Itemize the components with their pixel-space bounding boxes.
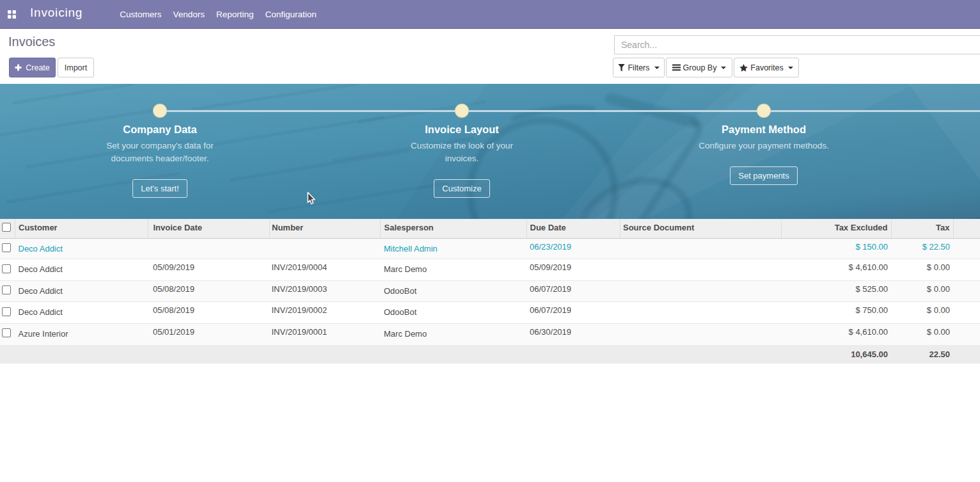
cell-customer[interactable]: Deco Addict xyxy=(15,301,148,323)
invoice-row[interactable]: Deco Addict 05/08/2019 INV/2019/0002 Odo… xyxy=(0,301,980,323)
column-header-salesperson[interactable]: Salesperson xyxy=(380,219,526,238)
row-checkbox-cell[interactable] xyxy=(0,238,15,259)
column-header-customer[interactable]: Customer xyxy=(15,219,148,238)
cell-customer[interactable]: Deco Addict xyxy=(15,280,148,301)
group-by-button-label: Group By xyxy=(683,63,717,72)
column-header-invoice-date[interactable]: Invoice Date xyxy=(148,219,269,238)
step-description: Configure your payment methods. xyxy=(697,140,831,152)
cell-source-document[interactable] xyxy=(620,280,781,301)
footer-total-tax: 22.50 xyxy=(891,344,953,364)
invoice-row[interactable]: Deco Addict 05/08/2019 INV/2019/0003 Odo… xyxy=(0,280,980,301)
invoice-row[interactable]: Deco Addict Mitchell Admin 06/23/2019 $ … xyxy=(0,238,980,259)
invoice-row[interactable]: Deco Addict 05/09/2019 INV/2019/0004 Mar… xyxy=(0,259,980,280)
row-checkbox-cell[interactable] xyxy=(0,301,15,323)
cell-tax-excluded[interactable]: $ 150.00 xyxy=(781,238,891,259)
cell-due-date[interactable]: 06/23/2019 xyxy=(526,238,620,259)
cell-invoice-date[interactable]: 05/09/2019 xyxy=(148,259,269,280)
cell-source-document[interactable] xyxy=(620,301,781,323)
select-all-checkbox[interactable] xyxy=(2,223,11,232)
cell-number[interactable]: INV/2019/0002 xyxy=(269,301,380,323)
row-checkbox[interactable] xyxy=(2,307,11,316)
invoice-row[interactable]: Azure Interior 05/01/2019 INV/2019/0001 … xyxy=(0,323,980,344)
cell-salesperson[interactable]: Marc Demo xyxy=(380,323,526,344)
cell-number[interactable]: INV/2019/0003 xyxy=(269,280,380,301)
cell-tax-excluded[interactable]: $ 525.00 xyxy=(781,280,891,301)
cell-invoice-date[interactable]: 05/08/2019 xyxy=(148,301,269,323)
cell-invoice-date[interactable]: 05/08/2019 xyxy=(148,280,269,301)
row-checkbox[interactable] xyxy=(2,264,11,273)
cell-number[interactable]: INV/2019/0001 xyxy=(269,323,380,344)
cell-source-document[interactable] xyxy=(620,323,781,344)
nav-item-configuration[interactable]: Configuration xyxy=(260,0,322,28)
nav-item-reporting[interactable]: Reporting xyxy=(210,0,260,28)
cell-invoice-date[interactable] xyxy=(148,238,269,259)
invoice-list-table: Customer Invoice Date Number Salesperson… xyxy=(0,219,980,364)
step-title: Payment Method xyxy=(613,124,915,136)
cell-tax-excluded[interactable]: $ 4,610.00 xyxy=(781,323,891,344)
cell-number[interactable]: INV/2019/0004 xyxy=(269,259,380,280)
cell-tax[interactable]: $ 0.00 xyxy=(891,259,953,280)
cell-tax-excluded[interactable]: $ 750.00 xyxy=(781,301,891,323)
cell-tax[interactable]: $ 0.00 xyxy=(891,323,953,344)
apps-menu-button[interactable] xyxy=(0,0,19,28)
cell-tax[interactable]: $ 0.00 xyxy=(891,301,953,323)
filters-button[interactable]: Filters xyxy=(613,58,665,77)
cell-salesperson[interactable]: Mitchell Admin xyxy=(380,238,526,259)
row-checkbox[interactable] xyxy=(2,328,11,337)
row-checkbox[interactable] xyxy=(2,285,11,294)
cell-customer[interactable]: Deco Addict xyxy=(15,259,148,280)
column-header-source-document[interactable]: Source Document xyxy=(620,219,781,238)
nav-item-vendors[interactable]: Vendors xyxy=(167,0,210,28)
step-dot-icon xyxy=(153,104,167,118)
select-all-checkbox-cell[interactable] xyxy=(0,219,15,238)
group-by-button[interactable]: Group By xyxy=(666,58,732,77)
cell-due-date[interactable]: 06/07/2019 xyxy=(526,301,620,323)
favorites-star-icon xyxy=(739,64,748,72)
column-header-filler xyxy=(953,219,980,238)
cell-source-document[interactable] xyxy=(620,238,781,259)
filter-funnel-icon xyxy=(618,64,625,72)
cell-customer[interactable]: Deco Addict xyxy=(15,238,148,259)
cell-customer[interactable]: Azure Interior xyxy=(15,323,148,344)
cell-due-date[interactable]: 06/30/2019 xyxy=(526,323,620,344)
column-header-number[interactable]: Number xyxy=(269,219,380,238)
create-button-label: Create xyxy=(26,63,50,72)
lets-start-button[interactable]: Let's start! xyxy=(132,179,187,198)
column-header-tax[interactable]: Tax xyxy=(891,219,953,238)
group-by-bars-icon xyxy=(672,64,681,71)
column-header-tax-excluded[interactable]: Tax Excluded xyxy=(781,219,891,238)
app-brand[interactable]: Invoicing xyxy=(30,6,83,20)
cell-salesperson[interactable]: Marc Demo xyxy=(380,259,526,280)
cell-filler xyxy=(953,280,980,301)
import-button[interactable]: Import xyxy=(58,58,94,77)
nav-item-customers[interactable]: Customers xyxy=(114,0,167,28)
cell-filler xyxy=(953,301,980,323)
cell-invoice-date[interactable]: 05/01/2019 xyxy=(148,323,269,344)
filters-button-label: Filters xyxy=(628,63,649,72)
customize-button[interactable]: Customize xyxy=(434,179,489,198)
row-checkbox[interactable] xyxy=(2,243,11,252)
step-title: Company Data xyxy=(9,124,311,136)
cell-filler xyxy=(953,259,980,280)
search-input[interactable] xyxy=(614,35,980,54)
cell-salesperson[interactable]: OdooBot xyxy=(380,301,526,323)
cell-tax[interactable]: $ 0.00 xyxy=(891,280,953,301)
footer-empty xyxy=(0,344,781,364)
row-checkbox-cell[interactable] xyxy=(0,259,15,280)
cell-due-date[interactable]: 06/07/2019 xyxy=(526,280,620,301)
favorites-button[interactable]: Favorites xyxy=(734,58,799,77)
step-title: Invoice Layout xyxy=(311,124,613,136)
column-header-due-date[interactable]: Due Date xyxy=(526,219,620,238)
step-dot-icon xyxy=(757,104,771,118)
cell-tax[interactable]: $ 22.50 xyxy=(891,238,953,259)
create-button[interactable]: Create xyxy=(9,58,56,77)
favorites-button-label: Favorites xyxy=(750,63,783,72)
row-checkbox-cell[interactable] xyxy=(0,280,15,301)
cell-tax-excluded[interactable]: $ 4,610.00 xyxy=(781,259,891,280)
cell-due-date[interactable]: 05/09/2019 xyxy=(526,259,620,280)
cell-salesperson[interactable]: OdooBot xyxy=(380,280,526,301)
set-payments-button[interactable]: Set payments xyxy=(730,166,798,185)
row-checkbox-cell[interactable] xyxy=(0,323,15,344)
cell-source-document[interactable] xyxy=(620,259,781,280)
cell-number[interactable] xyxy=(269,238,380,259)
